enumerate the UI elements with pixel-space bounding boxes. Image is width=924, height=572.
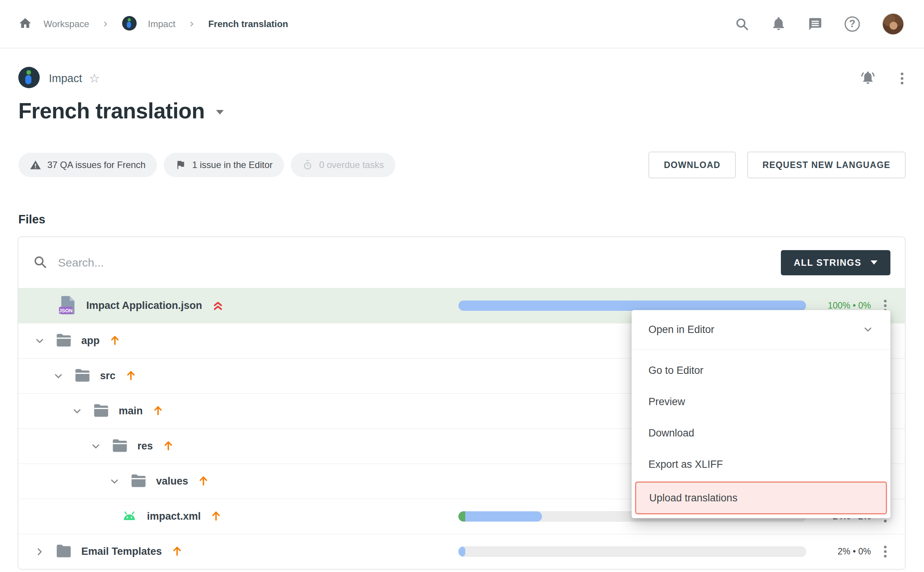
folder-name: app [81, 335, 100, 347]
qa-issues-label: 37 QA issues for French [47, 160, 145, 170]
chat-icon[interactable] [808, 17, 822, 31]
menu-item-export-as-xliff[interactable]: Export as XLIFF [632, 449, 890, 480]
favorite-star-icon[interactable]: ☆ [89, 72, 100, 84]
files-search-row: ALL STRINGS [18, 237, 905, 288]
progress-translated [458, 301, 806, 311]
row-more-menu-icon[interactable] [882, 543, 889, 560]
menu-item-download[interactable]: Download [632, 417, 890, 449]
menu-item-label: Open in Editor [648, 324, 714, 336]
progress-percentages: 100% • 0% [817, 301, 871, 311]
priority-high-icon [211, 299, 224, 313]
files-search-input[interactable] [58, 256, 440, 269]
menu-item-open-in-editor[interactable]: Open in Editor [632, 310, 890, 349]
menu-item-upload-translations[interactable]: Upload translations [635, 482, 887, 514]
upload-arrow-icon[interactable] [152, 404, 164, 418]
progress-translated [458, 546, 465, 557]
progress-bar [458, 546, 806, 557]
bell-ring-icon[interactable] [860, 70, 876, 87]
breadcrumb: Workspace Impact French translation [18, 16, 288, 32]
breadcrumb-current-page: French translation [208, 19, 288, 29]
strings-filter-label: ALL STRINGS [794, 257, 861, 268]
chevron-down-icon[interactable] [71, 405, 84, 418]
chevron-down-icon [862, 324, 874, 335]
project-header: Impact ☆ French translation [0, 67, 924, 123]
status-and-actions-row: 37 QA issues for French 1 issue in the E… [0, 152, 924, 178]
progress-bar [458, 301, 806, 311]
upload-arrow-icon[interactable] [109, 334, 121, 348]
upload-arrow-icon[interactable] [125, 369, 137, 383]
page-title: French translation [18, 98, 205, 123]
folder-name: src [100, 370, 116, 382]
chevron-down-icon[interactable] [52, 370, 65, 383]
folder-closed-icon [55, 544, 72, 560]
chevron-down-icon[interactable] [89, 440, 102, 453]
json-file-icon: JSON [58, 295, 77, 317]
timer-icon [302, 160, 313, 170]
help-glyph: ? [849, 18, 856, 30]
project-page: Workspace Impact French translation [0, 0, 924, 572]
help-icon[interactable]: ? [845, 16, 860, 32]
json-badge-label: JSON [59, 307, 73, 313]
overdue-tasks-chip[interactable]: 0 overdue tasks [291, 153, 395, 177]
progress-reviewed [458, 511, 465, 522]
warning-icon [30, 159, 41, 171]
chevron-right-icon [101, 19, 111, 29]
file-context-menu: Open in Editor Go to Editor Preview Down… [632, 310, 890, 518]
folder-name: Email Templates [81, 546, 162, 557]
folder-open-icon [111, 438, 128, 454]
chevron-down-icon[interactable] [33, 334, 46, 347]
upload-arrow-icon[interactable] [210, 510, 222, 524]
files-section-heading: Files [18, 213, 906, 226]
folder-open-icon [74, 368, 91, 384]
top-navigation-bar: Workspace Impact French translation [0, 0, 924, 48]
chevron-down-icon[interactable] [108, 475, 121, 488]
menu-item-go-to-editor[interactable]: Go to Editor [632, 355, 890, 386]
folder-name: res [137, 440, 153, 452]
download-button[interactable]: DOWNLOAD [648, 152, 735, 178]
overdue-tasks-label: 0 overdue tasks [319, 160, 384, 170]
chevron-down-icon [871, 260, 877, 265]
flag-icon [175, 160, 186, 170]
user-avatar[interactable] [882, 13, 904, 35]
upload-arrow-icon[interactable] [162, 440, 174, 453]
home-icon[interactable] [18, 16, 32, 32]
project-name: Impact [49, 72, 82, 85]
top-nav-icons: ? [735, 13, 904, 35]
qa-issues-chip[interactable]: 37 QA issues for French [18, 153, 157, 177]
chevron-right-icon [187, 19, 197, 29]
search-icon[interactable] [735, 17, 749, 31]
progress-translated [458, 511, 542, 522]
folder-name: values [156, 475, 188, 487]
chevron-right-icon[interactable] [33, 545, 46, 558]
progress-percentages: 2% • 0% [817, 546, 871, 557]
editor-issues-label: 1 issue in the Editor [192, 160, 273, 170]
editor-issues-chip[interactable]: 1 issue in the Editor [164, 153, 284, 177]
menu-item-preview[interactable]: Preview [632, 386, 890, 417]
folder-open-icon [55, 333, 72, 349]
request-new-language-button[interactable]: REQUEST NEW LANGUAGE [747, 152, 906, 178]
search-icon [33, 255, 47, 271]
breadcrumb-project-logo[interactable] [122, 16, 137, 32]
folder-row-email-templates[interactable]: Email Templates 2% • 0% [18, 534, 905, 569]
file-name: Impact Application.json [86, 300, 202, 312]
strings-filter-button[interactable]: ALL STRINGS [781, 250, 890, 275]
breadcrumb-workspace[interactable]: Workspace [44, 19, 89, 29]
notifications-bell-icon[interactable] [771, 17, 786, 31]
folder-open-icon [93, 403, 110, 419]
file-name: impact.xml [147, 511, 201, 522]
upload-arrow-icon[interactable] [197, 475, 210, 488]
folder-open-icon [130, 473, 147, 490]
android-file-icon [121, 508, 138, 525]
breadcrumb-impact[interactable]: Impact [148, 19, 176, 29]
upload-arrow-icon[interactable] [171, 545, 183, 559]
title-dropdown-caret-icon[interactable] [216, 110, 224, 115]
folder-name: main [119, 405, 143, 417]
project-more-menu-icon[interactable] [898, 70, 906, 87]
project-logo [18, 67, 40, 90]
